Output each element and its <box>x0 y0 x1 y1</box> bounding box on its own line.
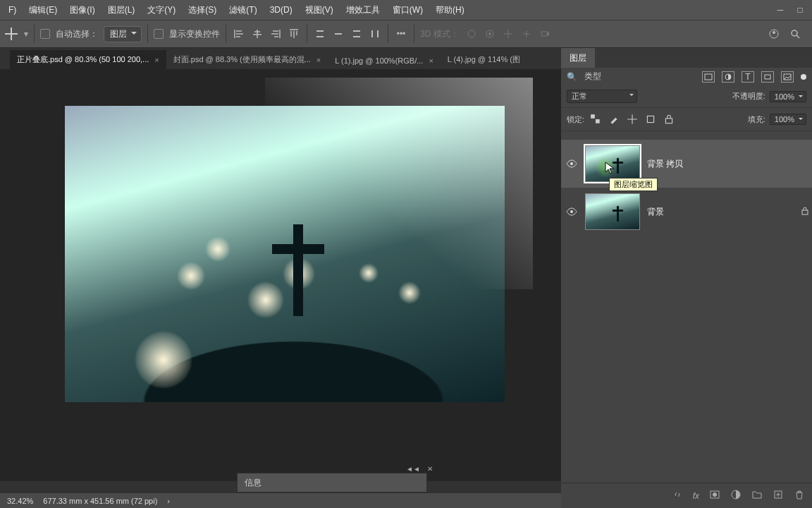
svg-point-13 <box>792 30 797 36</box>
move-tool-icon[interactable] <box>4 27 18 41</box>
menu-select[interactable]: 选择(S) <box>183 1 222 19</box>
3d-orbit-icon <box>465 27 479 41</box>
menu-window[interactable]: 窗口(W) <box>387 1 429 19</box>
menu-view[interactable]: 视图(V) <box>300 1 339 19</box>
panel-collapse-controls[interactable]: ◄◄✕ <box>406 465 433 473</box>
menu-edit[interactable]: 编辑(E) <box>23 1 63 19</box>
lock-label: 锁定: <box>567 114 584 125</box>
tab-close-icon[interactable]: × <box>154 56 159 64</box>
layer-group-icon[interactable] <box>751 489 763 502</box>
filter-type-dropdown[interactable]: 类型 <box>584 71 601 83</box>
align-left-icon[interactable] <box>232 27 246 41</box>
window-minimize[interactable]: ─ <box>771 3 789 17</box>
layer-thumbnail[interactable] <box>585 145 640 182</box>
align-top-icon[interactable] <box>287 27 301 41</box>
fill-value[interactable]: 100% <box>770 114 806 125</box>
3d-pan-icon <box>501 27 515 41</box>
document-dimensions[interactable]: 677.33 mm x 451.56 mm (72 ppi) <box>43 497 157 505</box>
search-icon[interactable] <box>788 27 802 41</box>
layer-name[interactable]: 背景 <box>647 206 664 218</box>
fill-label: 填充: <box>748 114 765 125</box>
lock-brush-icon[interactable] <box>607 112 621 126</box>
document-tab-1[interactable]: 正片叠底.psd @ 80.3% (50 100 200,...× <box>10 50 166 69</box>
filter-pixel-icon[interactable] <box>702 71 715 83</box>
layer-name[interactable]: 背景 拷贝 <box>647 158 683 170</box>
filter-type-icon[interactable]: T <box>742 71 754 83</box>
layers-panel-footer: fx <box>561 483 812 508</box>
lock-transparent-icon[interactable] <box>589 112 603 126</box>
share-icon[interactable] <box>767 27 781 41</box>
menu-3d[interactable]: 3D(D) <box>264 2 298 18</box>
canvas-area[interactable] <box>0 69 561 481</box>
svg-rect-10 <box>541 32 547 36</box>
zoom-level[interactable]: 32.42% <box>7 497 33 505</box>
document-tab-4[interactable]: L (4).jpg @ 114% (图 <box>441 50 527 69</box>
svg-rect-3 <box>353 30 360 32</box>
svg-rect-14 <box>705 74 712 80</box>
auto-select-target[interactable]: 图层 <box>104 26 142 42</box>
window-maximize[interactable]: □ <box>791 3 809 17</box>
filter-smart-icon[interactable] <box>781 71 794 83</box>
lock-position-icon[interactable] <box>625 112 639 126</box>
lock-all-icon[interactable] <box>662 112 676 126</box>
svg-rect-2 <box>335 33 342 35</box>
lock-artboard-icon[interactable] <box>644 112 658 126</box>
filter-toggle[interactable] <box>801 74 806 80</box>
svg-point-26 <box>713 492 717 497</box>
svg-point-12 <box>773 31 775 34</box>
visibility-toggle[interactable] <box>565 157 578 170</box>
document-canvas[interactable] <box>65 106 505 402</box>
transform-controls-label: 显示变换控件 <box>169 28 220 40</box>
menu-image[interactable]: 图像(I) <box>64 1 100 19</box>
auto-select-checkbox[interactable] <box>40 29 50 39</box>
menu-layer[interactable]: 图层(L) <box>102 1 141 19</box>
3d-mode-label: 3D 模式： <box>420 28 459 40</box>
distribute-top-icon[interactable] <box>313 27 327 41</box>
tab-label: 封面.psd @ 88.3% (使用频率最高的混... <box>173 54 311 65</box>
svg-point-23 <box>570 210 573 213</box>
lock-icon <box>801 206 809 218</box>
svg-rect-1 <box>316 36 324 37</box>
layers-panel: 图层 🔍 类型 T 正常 不透明度: 100% 锁定: 填充: 100% 背景 … <box>561 48 812 508</box>
svg-rect-16 <box>765 75 770 79</box>
layers-tab[interactable]: 图层 <box>561 48 595 68</box>
document-tab-2[interactable]: 封面.psd @ 88.3% (使用频率最高的混...× <box>166 50 328 69</box>
transform-controls-checkbox[interactable] <box>154 29 164 39</box>
filter-shape-icon[interactable] <box>761 71 774 83</box>
document-tab-3[interactable]: L (1).jpg @ 100%(RGB/...× <box>328 52 441 69</box>
menu-file[interactable]: F) <box>3 2 22 18</box>
tab-label: 正片叠底.psd @ 80.3% (50 100 200,... <box>17 54 149 65</box>
tab-close-icon[interactable]: × <box>316 56 321 64</box>
layer-fx-icon[interactable]: fx <box>693 491 699 501</box>
layer-row[interactable]: 背景 拷贝 <box>561 140 812 188</box>
layer-thumbnail-tooltip: 图层缩览图 <box>609 178 658 191</box>
visibility-toggle[interactable] <box>565 205 578 218</box>
svg-rect-19 <box>596 119 600 123</box>
more-options-icon[interactable]: ••• <box>394 27 408 41</box>
3d-roll-icon <box>483 27 497 41</box>
menu-help[interactable]: 帮助(H) <box>430 1 470 19</box>
distribute-h-icon[interactable] <box>368 27 382 41</box>
align-center-h-icon[interactable] <box>250 27 264 41</box>
menu-type[interactable]: 文字(Y) <box>142 1 181 19</box>
new-layer-icon[interactable] <box>773 489 784 502</box>
status-chevron-icon[interactable]: › <box>167 497 170 505</box>
layer-row[interactable]: 背景 <box>561 188 812 236</box>
link-layers-icon[interactable] <box>672 489 683 502</box>
layer-thumbnail[interactable] <box>585 193 640 230</box>
align-right-icon[interactable] <box>269 27 283 41</box>
distribute-bottom-icon[interactable] <box>350 27 364 41</box>
layer-mask-icon[interactable] <box>709 489 720 502</box>
adjustment-layer-icon[interactable] <box>730 489 742 502</box>
menu-filter[interactable]: 滤镜(T) <box>223 1 262 19</box>
opacity-value[interactable]: 100% <box>770 91 806 102</box>
delete-layer-icon[interactable] <box>794 489 805 502</box>
menu-enhance[interactable]: 增效工具 <box>340 1 386 19</box>
3d-slide-icon <box>519 27 534 41</box>
tab-label: L (4).jpg @ 114% (图 <box>448 54 520 65</box>
filter-adjust-icon[interactable] <box>722 71 734 83</box>
tab-close-icon[interactable]: × <box>429 56 433 65</box>
distribute-vcenter-icon[interactable] <box>331 27 345 41</box>
info-panel-tab[interactable]: 信息 <box>237 473 427 492</box>
blend-mode-dropdown[interactable]: 正常 <box>567 90 637 103</box>
